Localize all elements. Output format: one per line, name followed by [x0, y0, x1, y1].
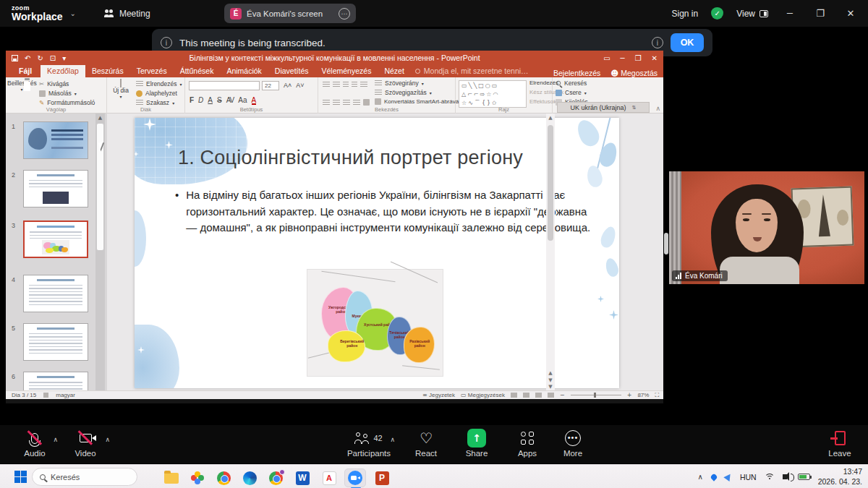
- underline-button[interactable]: A: [208, 96, 213, 104]
- slideshow-view-icon[interactable]: [548, 393, 554, 398]
- taskbar-clock[interactable]: 13:47 2026. 04. 23.: [818, 467, 862, 487]
- slide-thumbnail-1[interactable]: [23, 121, 88, 159]
- new-slide-button[interactable]: Új dia▾: [109, 80, 133, 99]
- convert-smartart-button[interactable]: Konvertálás SmartArt-ábrává▾: [375, 98, 464, 105]
- tray-overflow-icon[interactable]: ∧: [698, 473, 703, 481]
- ribbon-tab-attunesek[interactable]: Áttűnések: [174, 65, 221, 77]
- react-button[interactable]: ♡ React: [407, 429, 446, 458]
- slide-sorter-icon[interactable]: [523, 393, 529, 398]
- panel-handle[interactable]: [664, 233, 668, 254]
- zoom-percent[interactable]: 87%: [637, 392, 649, 398]
- participants-button[interactable]: 42∧ Participants: [339, 429, 399, 458]
- comments-toggle[interactable]: ▭ Megjegyzések: [461, 392, 505, 398]
- reset-button[interactable]: Alaphelyzet: [136, 90, 177, 97]
- security-shield-icon[interactable]: ✓: [711, 7, 723, 20]
- taskbar-icon-edge[interactable]: [239, 468, 260, 487]
- ribbon-tab-beszuras[interactable]: Beszúrás: [85, 65, 130, 77]
- normal-view-icon[interactable]: [511, 393, 517, 398]
- cut-button[interactable]: ✂Kivágás: [39, 80, 69, 87]
- bold-button[interactable]: F: [190, 96, 194, 104]
- format-painter-button[interactable]: ✎Formátummásoló: [39, 99, 95, 106]
- start-button[interactable]: [14, 471, 27, 483]
- video-button[interactable]: ∧ Video: [64, 429, 107, 458]
- copy-button[interactable]: Másolás▾: [39, 90, 77, 97]
- collapse-ribbon-icon[interactable]: ∧: [655, 105, 660, 112]
- grow-shrink-font[interactable]: A˄A˅: [284, 82, 305, 89]
- ribbon-options-icon[interactable]: ▭: [603, 54, 610, 62]
- ribbon-tab-velemenyezes[interactable]: Véleményezés: [315, 65, 378, 77]
- find-button[interactable]: Keresés: [556, 80, 587, 87]
- slide-thumbnail-4[interactable]: [23, 275, 88, 312]
- replace-button[interactable]: Csere▾: [556, 89, 587, 96]
- slide-thumbnail-5[interactable]: [23, 323, 88, 361]
- ribbon-tab-diavetites[interactable]: Diavetítés: [268, 65, 315, 77]
- section-button[interactable]: Szakasz▾: [136, 99, 174, 106]
- slide-thumbnail-2[interactable]: [23, 170, 88, 207]
- paste-button[interactable]: Beillesztés▾: [7, 80, 36, 92]
- slide-title[interactable]: 1. Соціолінгвістичний портрет регіону: [178, 147, 583, 169]
- shapes-gallery[interactable]: ▭╲╲□○▭△⌐⌐⇨☆◠☆∿⌒{}✩: [459, 80, 527, 108]
- text-direction-button[interactable]: Szövegirány▾: [375, 80, 424, 87]
- zoom-out-icon[interactable]: −: [560, 392, 565, 398]
- taskbar-icon-google-photos[interactable]: [187, 468, 208, 487]
- apps-button[interactable]: Apps: [508, 429, 547, 458]
- char-spacing-button[interactable]: AV: [226, 96, 234, 104]
- zoom-in-icon[interactable]: +: [627, 392, 632, 398]
- location-arrow-icon[interactable]: [723, 472, 733, 481]
- font-size-combo[interactable]: 22: [262, 81, 279, 90]
- sign-in-link[interactable]: Sign in: [672, 9, 699, 19]
- list-indent-buttons[interactable]: [323, 82, 367, 87]
- ribbon-tab-nezet[interactable]: Nézet: [378, 65, 410, 77]
- strikethrough-button[interactable]: S: [217, 96, 222, 104]
- fit-slide-icon[interactable]: ⛶: [655, 392, 659, 399]
- restore-button[interactable]: ❐: [812, 8, 829, 19]
- align-buttons[interactable]: [323, 99, 370, 106]
- taskbar-icon-chrome-profile[interactable]: [265, 468, 286, 487]
- taskbar-icon-file-explorer[interactable]: [161, 468, 182, 487]
- ppt-share-button[interactable]: ☻ Megosztás: [610, 69, 658, 77]
- zakarpattia-map-image[interactable]: Ужгородський районМукачівський районХуст…: [307, 270, 443, 376]
- taskbar-search[interactable]: Keresés: [32, 468, 137, 486]
- audio-button[interactable]: ∧ Audio: [13, 429, 56, 458]
- location-pin-icon[interactable]: [710, 473, 718, 481]
- tab-meeting[interactable]: Meeting: [103, 9, 150, 19]
- taskbar-icon-acrobat[interactable]: A: [318, 468, 340, 487]
- reading-view-icon[interactable]: [535, 393, 542, 398]
- ribbon-tab-fajl[interactable]: Fájl: [10, 65, 41, 77]
- taskbar-icon-chrome[interactable]: [213, 468, 234, 487]
- italic-button[interactable]: D: [198, 96, 203, 104]
- slide-scrollbar[interactable]: ▲ ▲ ▼ ▼: [546, 114, 555, 390]
- zoom-slider[interactable]: [571, 395, 621, 395]
- ppt-sign-in[interactable]: Bejelentkezés: [553, 69, 600, 77]
- ribbon-tab-kezdolap[interactable]: Kezdőlap: [41, 65, 85, 77]
- slide-body-text[interactable]: •На відміну від багатьох інших регіонів …: [175, 187, 591, 236]
- layout-button[interactable]: Elrendezés▾: [136, 80, 182, 87]
- ppt-restore-button[interactable]: ❐: [635, 54, 642, 62]
- view-button[interactable]: View: [736, 9, 768, 19]
- tell-me-box[interactable]: Mondja el, mit szeretne tenni…: [411, 65, 533, 77]
- keyboard-language[interactable]: HUN: [740, 473, 757, 481]
- toast-info-icon[interactable]: i: [652, 37, 663, 48]
- speaker-icon[interactable]: [783, 474, 787, 479]
- toast-ok-button[interactable]: OK: [671, 33, 704, 52]
- taskbar-icon-word[interactable]: W: [292, 468, 313, 487]
- proofing-language[interactable]: magyar: [56, 392, 75, 398]
- change-case-button[interactable]: Aa: [238, 96, 247, 104]
- more-button[interactable]: ••• More: [553, 429, 592, 458]
- ppt-close-button[interactable]: ✕: [652, 54, 658, 62]
- notes-toggle[interactable]: ≡ Jegyzetek: [422, 392, 455, 398]
- close-button[interactable]: ✕: [842, 8, 859, 19]
- font-name-combo[interactable]: [189, 81, 260, 90]
- minimize-button[interactable]: ─: [781, 8, 799, 19]
- thumbnail-scrollbar[interactable]: ▲: [95, 114, 105, 390]
- battery-icon[interactable]: [798, 474, 810, 480]
- language-bar[interactable]: UK ukrán (Ukrajna) ⇅: [557, 102, 650, 113]
- wifi-icon[interactable]: [765, 474, 775, 481]
- ribbon-tab-tervezes[interactable]: Tervezés: [130, 65, 174, 77]
- chevron-down-icon[interactable]: ⌄: [70, 9, 76, 17]
- font-format-buttons[interactable]: F D A S AV Aa A: [190, 96, 256, 105]
- font-color-button[interactable]: A: [252, 97, 257, 105]
- participant-video-tile[interactable]: Éva Komári: [669, 171, 864, 284]
- spellcheck-icon[interactable]: [43, 393, 48, 398]
- taskbar-icon-zoom[interactable]: [344, 468, 366, 487]
